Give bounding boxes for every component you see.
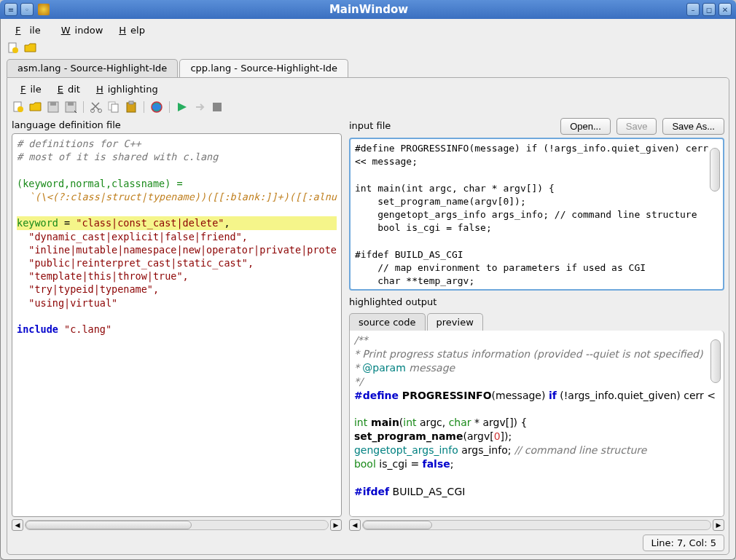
left-hscroll[interactable]: ◀ ▶: [12, 518, 342, 532]
document-panel: File Edit Highlighting language definiti…: [7, 77, 729, 555]
inner-menubar: File Edit Highlighting: [12, 81, 724, 98]
open-folder-icon[interactable]: [24, 42, 37, 55]
open-button[interactable]: Open...: [560, 118, 611, 135]
inner-toolbar: [12, 98, 724, 118]
window-body: File Window Help asm.lang - Source-Highl…: [0, 19, 736, 560]
statusbar: Line: 7, Col: 5: [12, 532, 724, 551]
close-button[interactable]: ✕: [719, 3, 732, 16]
run-icon[interactable]: [176, 100, 189, 114]
inner-menu-highlighting[interactable]: Highlighting: [87, 82, 163, 96]
toolbar-separator: [169, 101, 170, 113]
maximize-button[interactable]: ◻: [702, 3, 716, 16]
main-menubar: File Window Help: [7, 20, 729, 40]
menu-help[interactable]: Help: [110, 23, 149, 37]
forward-icon[interactable]: [193, 100, 206, 114]
inner-menu-edit[interactable]: Edit: [49, 82, 85, 96]
save-as-icon[interactable]: [64, 100, 77, 114]
scroll-right-icon[interactable]: ▶: [330, 519, 342, 531]
lang-def-editor[interactable]: # definitions for C++ # most of it is sh…: [12, 133, 342, 517]
svg-rect-7: [68, 102, 74, 106]
scroll-right-icon[interactable]: ▶: [713, 519, 724, 531]
scroll-left-icon[interactable]: ◀: [349, 519, 361, 531]
globe-icon[interactable]: [150, 100, 163, 114]
scroll-left-icon[interactable]: ◀: [12, 519, 23, 531]
preview-hscroll[interactable]: ◀ ▶: [349, 518, 724, 532]
right-pane: input file Open... Save Save As... #defi…: [349, 118, 724, 532]
menu-window[interactable]: Window: [52, 23, 108, 37]
save-as-button[interactable]: Save As...: [662, 118, 724, 135]
window-shade-button[interactable]: ◦: [20, 3, 34, 16]
inner-menu-file[interactable]: File: [12, 82, 46, 96]
window-title: MainWindow: [52, 3, 685, 16]
tab-source-code[interactable]: source code: [349, 313, 426, 331]
new-icon[interactable]: [12, 100, 25, 114]
svg-rect-11: [111, 104, 118, 112]
save-icon[interactable]: [47, 100, 60, 114]
output-label: highlighted output: [349, 295, 724, 310]
svg-rect-16: [213, 103, 222, 111]
window-menu-button[interactable]: ≡: [4, 3, 17, 16]
app-icon: [38, 4, 50, 15]
tab-cpp-lang[interactable]: cpp.lang - Source-Highlight-Ide: [179, 59, 348, 77]
cut-icon[interactable]: [90, 100, 103, 114]
save-button[interactable]: Save: [616, 118, 657, 135]
new-file-icon[interactable]: [7, 42, 20, 55]
svg-rect-13: [129, 101, 133, 104]
paste-icon[interactable]: [125, 100, 138, 114]
preview-vscroll[interactable]: [710, 332, 722, 515]
tab-asm-lang[interactable]: asm.lang - Source-Highlight-Ide: [7, 59, 178, 77]
input-vscroll[interactable]: [710, 141, 721, 288]
menu-file[interactable]: File: [7, 23, 50, 37]
titlebar: ≡ ◦ MainWindow – ◻ ✕: [0, 0, 736, 19]
left-pane: language definition file # definitions f…: [12, 118, 342, 532]
toolbar-separator: [144, 101, 144, 113]
toolbar-separator: [83, 101, 84, 113]
document-tabs: asm.lang - Source-Highlight-Ide cpp.lang…: [7, 59, 729, 77]
copy-icon[interactable]: [107, 100, 120, 114]
svg-point-1: [12, 47, 18, 53]
svg-point-9: [98, 109, 102, 113]
minimize-button[interactable]: –: [686, 3, 700, 16]
input-file-label: input file: [349, 119, 555, 134]
stop-icon[interactable]: [211, 100, 224, 114]
svg-rect-5: [50, 102, 56, 106]
left-pane-label: language definition file: [12, 118, 342, 133]
output-tabs: source code preview: [349, 313, 724, 331]
input-file-editor[interactable]: #define PROGRESSINFO(message) if (!args_…: [349, 138, 724, 291]
cursor-position: Line: 7, Col: 5: [643, 535, 724, 551]
svg-point-3: [17, 106, 23, 112]
open-icon[interactable]: [29, 100, 42, 114]
split-pane: language definition file # definitions f…: [12, 118, 724, 532]
preview-pane[interactable]: /** * Print progress status information …: [349, 331, 724, 517]
main-toolbar: [7, 40, 729, 59]
tab-preview[interactable]: preview: [427, 313, 483, 331]
